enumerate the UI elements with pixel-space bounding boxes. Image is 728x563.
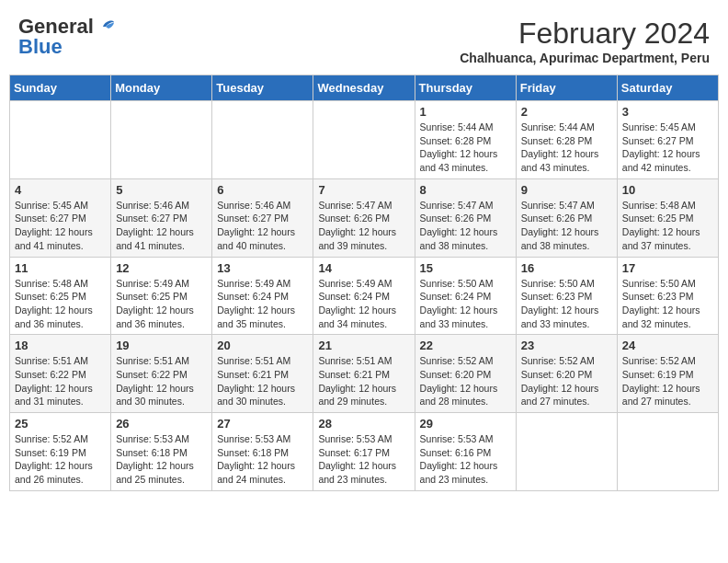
day-info: Sunrise: 5:45 AM Sunset: 6:27 PM Dayligh… (622, 121, 713, 175)
day-number: 22 (420, 339, 511, 352)
table-row: 26Sunrise: 5:53 AM Sunset: 6:18 PM Dayli… (111, 413, 212, 491)
table-row: 17Sunrise: 5:50 AM Sunset: 6:23 PM Dayli… (617, 257, 718, 335)
logo-general-text: General (18, 17, 94, 37)
day-info: Sunrise: 5:50 AM Sunset: 6:24 PM Dayligh… (420, 277, 511, 331)
day-info: Sunrise: 5:49 AM Sunset: 6:25 PM Dayligh… (116, 277, 207, 331)
day-info: Sunrise: 5:53 AM Sunset: 6:16 PM Dayligh… (420, 432, 511, 487)
logo: General Blue (18, 17, 116, 57)
day-info: Sunrise: 5:53 AM Sunset: 6:18 PM Dayligh… (116, 432, 207, 487)
week-row-1: 1Sunrise: 5:44 AM Sunset: 6:28 PM Daylig… (10, 101, 719, 179)
table-row: 11Sunrise: 5:48 AM Sunset: 6:25 PM Dayli… (10, 257, 111, 335)
month-year-title: February 2024 (460, 17, 710, 51)
day-info: Sunrise: 5:51 AM Sunset: 6:22 PM Dayligh… (15, 354, 106, 408)
day-info: Sunrise: 5:47 AM Sunset: 6:26 PM Dayligh… (318, 199, 409, 253)
day-info: Sunrise: 5:53 AM Sunset: 6:17 PM Dayligh… (318, 432, 409, 487)
table-row: 4Sunrise: 5:45 AM Sunset: 6:27 PM Daylig… (10, 178, 111, 257)
day-info: Sunrise: 5:46 AM Sunset: 6:27 PM Dayligh… (116, 199, 207, 253)
day-number: 23 (521, 339, 612, 352)
header-saturday: Saturday (617, 75, 718, 101)
day-number: 5 (116, 183, 207, 197)
table-row: 10Sunrise: 5:48 AM Sunset: 6:25 PM Dayli… (617, 178, 718, 257)
day-info: Sunrise: 5:48 AM Sunset: 6:25 PM Dayligh… (622, 199, 713, 253)
day-info: Sunrise: 5:51 AM Sunset: 6:21 PM Dayligh… (318, 354, 409, 408)
table-row: 15Sunrise: 5:50 AM Sunset: 6:24 PM Dayli… (415, 257, 516, 335)
logo-blue-text: Blue (18, 37, 116, 57)
table-row: 27Sunrise: 5:53 AM Sunset: 6:18 PM Dayli… (212, 413, 313, 491)
day-number: 14 (318, 261, 409, 275)
location-subtitle: Chalhuanca, Apurimac Department, Peru (460, 51, 710, 65)
day-number: 6 (217, 183, 308, 197)
day-number: 21 (318, 339, 409, 352)
day-number: 4 (15, 183, 106, 197)
table-row: 13Sunrise: 5:49 AM Sunset: 6:24 PM Dayli… (212, 257, 313, 335)
day-number: 12 (116, 261, 207, 275)
table-row: 20Sunrise: 5:51 AM Sunset: 6:21 PM Dayli… (212, 335, 313, 413)
header-wednesday: Wednesday (313, 75, 415, 101)
day-number: 18 (15, 339, 106, 352)
table-row (516, 413, 617, 491)
header-sunday: Sunday (10, 75, 111, 101)
day-number: 1 (420, 105, 511, 119)
table-row: 6Sunrise: 5:46 AM Sunset: 6:27 PM Daylig… (212, 178, 313, 257)
day-info: Sunrise: 5:45 AM Sunset: 6:27 PM Dayligh… (15, 199, 106, 253)
day-number: 29 (420, 417, 511, 431)
day-info: Sunrise: 5:50 AM Sunset: 6:23 PM Dayligh… (521, 277, 612, 331)
day-number: 7 (318, 183, 409, 197)
logo-bird-icon (96, 17, 116, 36)
day-number: 17 (622, 261, 713, 275)
day-number: 2 (521, 105, 612, 119)
week-row-3: 11Sunrise: 5:48 AM Sunset: 6:25 PM Dayli… (10, 257, 719, 335)
table-row: 18Sunrise: 5:51 AM Sunset: 6:22 PM Dayli… (10, 335, 111, 413)
table-row: 19Sunrise: 5:51 AM Sunset: 6:22 PM Dayli… (111, 335, 212, 413)
table-row: 29Sunrise: 5:53 AM Sunset: 6:16 PM Dayli… (415, 413, 516, 491)
day-info: Sunrise: 5:49 AM Sunset: 6:24 PM Dayligh… (217, 277, 308, 331)
day-number: 15 (420, 261, 511, 275)
table-row: 2Sunrise: 5:44 AM Sunset: 6:28 PM Daylig… (516, 101, 617, 179)
title-block: February 2024 Chalhuanca, Apurimac Depar… (460, 17, 710, 65)
table-row (111, 101, 212, 179)
day-number: 26 (116, 417, 207, 431)
table-row: 22Sunrise: 5:52 AM Sunset: 6:20 PM Dayli… (415, 335, 516, 413)
day-number: 24 (622, 339, 713, 352)
day-number: 9 (521, 183, 612, 197)
day-info: Sunrise: 5:47 AM Sunset: 6:26 PM Dayligh… (420, 199, 511, 253)
day-number: 25 (15, 417, 106, 431)
day-number: 10 (622, 183, 713, 197)
day-info: Sunrise: 5:49 AM Sunset: 6:24 PM Dayligh… (318, 277, 409, 331)
table-row (313, 101, 415, 179)
day-info: Sunrise: 5:48 AM Sunset: 6:25 PM Dayligh… (15, 277, 106, 331)
day-info: Sunrise: 5:46 AM Sunset: 6:27 PM Dayligh… (217, 199, 308, 253)
day-number: 27 (217, 417, 308, 431)
table-row: 3Sunrise: 5:45 AM Sunset: 6:27 PM Daylig… (617, 101, 718, 179)
table-row: 12Sunrise: 5:49 AM Sunset: 6:25 PM Dayli… (111, 257, 212, 335)
day-number: 13 (217, 261, 308, 275)
calendar-table: Sunday Monday Tuesday Wednesday Thursday… (9, 75, 719, 491)
day-number: 20 (217, 339, 308, 352)
day-number: 19 (116, 339, 207, 352)
header-monday: Monday (111, 75, 212, 101)
day-info: Sunrise: 5:52 AM Sunset: 6:19 PM Dayligh… (622, 354, 713, 408)
table-row: 21Sunrise: 5:51 AM Sunset: 6:21 PM Dayli… (313, 335, 415, 413)
day-info: Sunrise: 5:44 AM Sunset: 6:28 PM Dayligh… (521, 121, 612, 175)
day-number: 3 (622, 105, 713, 119)
day-number: 8 (420, 183, 511, 197)
table-row: 5Sunrise: 5:46 AM Sunset: 6:27 PM Daylig… (111, 178, 212, 257)
day-info: Sunrise: 5:47 AM Sunset: 6:26 PM Dayligh… (521, 199, 612, 253)
day-info: Sunrise: 5:52 AM Sunset: 6:20 PM Dayligh… (420, 354, 511, 408)
header-friday: Friday (516, 75, 617, 101)
day-info: Sunrise: 5:52 AM Sunset: 6:20 PM Dayligh… (521, 354, 612, 408)
day-info: Sunrise: 5:50 AM Sunset: 6:23 PM Dayligh… (622, 277, 713, 331)
page-header: General Blue February 2024 Chalhuanca, A… (9, 9, 719, 69)
table-row: 1Sunrise: 5:44 AM Sunset: 6:28 PM Daylig… (415, 101, 516, 179)
week-row-5: 25Sunrise: 5:52 AM Sunset: 6:19 PM Dayli… (10, 413, 719, 491)
day-number: 16 (521, 261, 612, 275)
header-thursday: Thursday (415, 75, 516, 101)
week-row-4: 18Sunrise: 5:51 AM Sunset: 6:22 PM Dayli… (10, 335, 719, 413)
day-number: 28 (318, 417, 409, 431)
weekday-header-row: Sunday Monday Tuesday Wednesday Thursday… (10, 75, 719, 101)
table-row (212, 101, 313, 179)
week-row-2: 4Sunrise: 5:45 AM Sunset: 6:27 PM Daylig… (10, 178, 719, 257)
table-row (10, 101, 111, 179)
table-row: 23Sunrise: 5:52 AM Sunset: 6:20 PM Dayli… (516, 335, 617, 413)
table-row: 16Sunrise: 5:50 AM Sunset: 6:23 PM Dayli… (516, 257, 617, 335)
